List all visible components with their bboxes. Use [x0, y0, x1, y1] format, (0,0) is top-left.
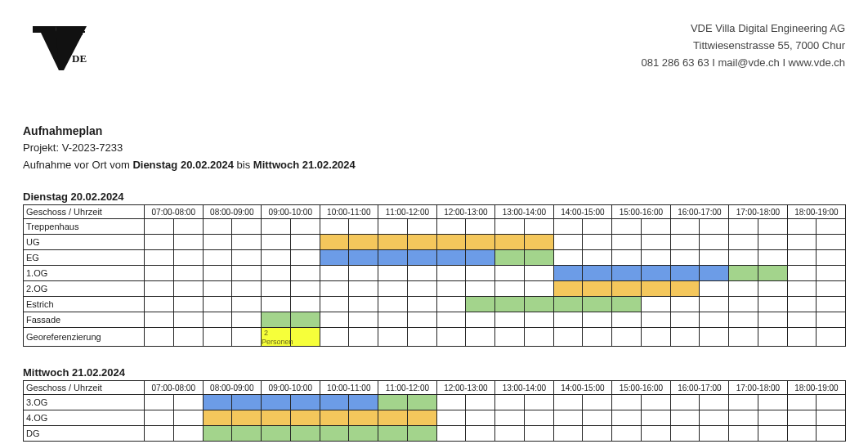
- segment-cell: [700, 219, 729, 235]
- range-mid: bis: [234, 159, 253, 171]
- segment-cell: [729, 281, 758, 297]
- segment-cell: [583, 219, 612, 235]
- segment-cell: [729, 312, 758, 328]
- segment-cell: [466, 410, 495, 426]
- segment-cell: [700, 328, 729, 347]
- segment-cell: [466, 426, 495, 442]
- segment-cell: [787, 281, 817, 297]
- segment-cell: [203, 250, 232, 266]
- table-row: 2.OG: [24, 281, 846, 297]
- header: DE VDE Villa Digital Engineering AG Titt…: [23, 20, 845, 78]
- table-row: Treppenhaus: [24, 219, 846, 235]
- segment-cell: [729, 410, 758, 426]
- segment-cell: [787, 250, 817, 266]
- segment-cell: [203, 312, 232, 328]
- segment-cell: [407, 328, 436, 347]
- hour-header: 09:00-10:00: [262, 381, 320, 395]
- segment-cell: [553, 328, 583, 347]
- segment-cell: [232, 250, 262, 266]
- table-row: 4.OG: [24, 410, 846, 426]
- hour-header: 11:00-12:00: [378, 205, 437, 219]
- hour-header: 16:00-17:00: [670, 381, 729, 395]
- segment-cell: [378, 395, 408, 410]
- segment-cell: [583, 395, 612, 410]
- segment-cell: [758, 328, 787, 347]
- segment-cell: [524, 266, 553, 281]
- segment-cell: [524, 250, 553, 266]
- segment-cell: [466, 219, 495, 235]
- segment-cell: [290, 266, 320, 281]
- table-row: 1.OG: [24, 266, 846, 281]
- hour-header: 12:00-13:00: [436, 205, 495, 219]
- hour-header: 07:00-08:00: [145, 205, 204, 219]
- table-row: UG: [24, 235, 846, 250]
- company-name: VDE Villa Digital Engineering AG: [641, 20, 845, 37]
- segment-cell: [320, 328, 349, 347]
- segment-cell: [758, 281, 787, 297]
- segment-cell: [290, 426, 320, 442]
- segment-cell: [232, 328, 262, 347]
- segment-cell: [729, 395, 758, 410]
- segment-cell: [466, 235, 495, 250]
- row-label: EG: [24, 250, 145, 266]
- segment-cell: [232, 410, 262, 426]
- segment-cell: [641, 266, 670, 281]
- row-label: UG: [24, 235, 145, 250]
- segment-cell: [290, 410, 320, 426]
- segment-cell: [524, 395, 553, 410]
- segment-cell: [378, 426, 408, 442]
- segment-cell: [495, 266, 525, 281]
- segment-cell: [641, 426, 670, 442]
- segment-cell: [729, 250, 758, 266]
- segment-cell: [466, 312, 495, 328]
- segment-cell: [349, 297, 378, 312]
- row-label: 3.OG: [24, 395, 145, 410]
- segment-cell: [612, 219, 642, 235]
- segment-cell: [466, 281, 495, 297]
- segment-cell: [758, 395, 787, 410]
- segment-cell: [349, 426, 378, 442]
- segment-cell: [524, 297, 553, 312]
- segment-cell: [436, 266, 466, 281]
- segment-cell: [320, 297, 349, 312]
- schedule-table-day1: Geschoss / Uhrzeit07:00-08:0008:00-09:00…: [23, 204, 846, 347]
- segment-cell: [495, 395, 525, 410]
- segment-cell: [787, 312, 817, 328]
- segment-cell: [203, 266, 232, 281]
- segment-cell: [466, 250, 495, 266]
- segment-cell: [232, 395, 262, 410]
- segment-cell: [670, 219, 700, 235]
- segment-cell: [524, 281, 553, 297]
- hour-header: 14:00-15:00: [553, 205, 612, 219]
- row-header-cell: Geschoss / Uhrzeit: [24, 205, 145, 219]
- segment-cell: [670, 235, 700, 250]
- document-page: DE VDE Villa Digital Engineering AG Titt…: [0, 0, 868, 444]
- segment-cell: [553, 426, 583, 442]
- segment-cell: [524, 410, 553, 426]
- segment-cell: [173, 250, 203, 266]
- segment-cell: [758, 219, 787, 235]
- segment-cell: [670, 328, 700, 347]
- segment-cell: [145, 266, 174, 281]
- table-row: Georeferenzierung2 Personen: [24, 328, 846, 347]
- segment-cell: [553, 235, 583, 250]
- table-head: Geschoss / Uhrzeit07:00-08:0008:00-09:00…: [24, 205, 846, 219]
- range-from: Dienstag 20.02.2024: [132, 159, 234, 171]
- segment-cell: [787, 426, 817, 442]
- segment-cell: [232, 219, 262, 235]
- hour-header: 11:00-12:00: [378, 381, 437, 395]
- segment-cell: [758, 235, 787, 250]
- segment-cell: [553, 410, 583, 426]
- segment-cell: [262, 395, 291, 410]
- segment-cell: [787, 235, 817, 250]
- segment-cell: [407, 297, 436, 312]
- segment-cell: [145, 410, 174, 426]
- segment-cell: [466, 328, 495, 347]
- segment-cell: [349, 250, 378, 266]
- segment-cell: [407, 410, 436, 426]
- segment-cell: [232, 235, 262, 250]
- range-to: Mittwoch 21.02.2024: [253, 159, 356, 171]
- segment-cell: [583, 328, 612, 347]
- segment-cell: [670, 297, 700, 312]
- hour-header: 10:00-11:00: [320, 205, 378, 219]
